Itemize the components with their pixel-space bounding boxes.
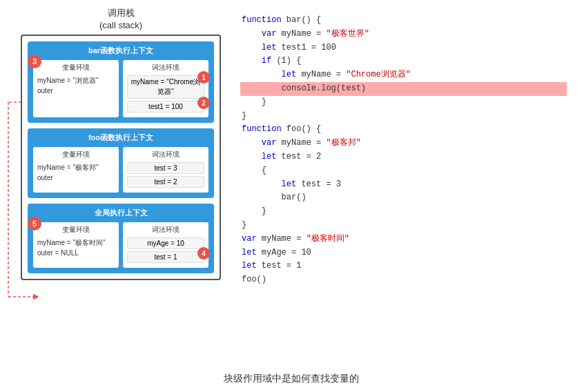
bottom-caption: 块级作用域中是如何查找变量的 bbox=[0, 373, 582, 385]
bar-lex-label: 词法环境 bbox=[127, 63, 204, 72]
global-var-env: 变量环境 5 myName = "极客时间"outer = NULL bbox=[33, 222, 119, 268]
global-lex-item-2-wrap: test = 1 4 bbox=[127, 251, 204, 263]
left-panel: 调用栈 (call stack) b bbox=[14, 7, 228, 385]
code-line-18: let myAge = 10 bbox=[242, 248, 311, 257]
bar-var-label: 变量环境 bbox=[37, 63, 115, 72]
code-line-1: function bar() { bbox=[242, 15, 321, 25]
main-container: 调用栈 (call stack) b bbox=[0, 0, 582, 392]
code-line-8: } bbox=[242, 111, 246, 121]
foo-lex-label: 词法环境 bbox=[127, 150, 204, 159]
call-stack-title: 调用栈 (call stack) bbox=[99, 7, 142, 32]
global-lex-env: 词法环境 myAge = 10 test = 1 4 bbox=[123, 222, 208, 268]
code-line-9: function foo() { bbox=[242, 124, 321, 134]
global-context-body: 变量环境 5 myName = "极客时间"outer = NULL 词法环境 … bbox=[33, 222, 208, 268]
badge-2: 2 bbox=[197, 97, 210, 109]
global-var-content: myName = "极客时间"outer = NULL bbox=[37, 237, 115, 258]
foo-lex-item-1: test = 3 bbox=[127, 162, 204, 174]
code-line-10: var myName = "极客邦" bbox=[242, 138, 361, 148]
bar-lex-item-2: test1 = 100 2 bbox=[127, 101, 204, 112]
foo-var-label: 变量环境 bbox=[37, 150, 115, 159]
code-line-17: var myName = "极客时间" bbox=[242, 234, 349, 244]
bar-context: bar函数执行上下文 变量环境 3 myName = "浏览器"outer bbox=[28, 41, 214, 123]
global-lex-item-2: test = 1 bbox=[127, 251, 204, 263]
right-panel: function bar() { var myName = "极客世界" let… bbox=[242, 7, 568, 385]
foo-context-body: 变量环境 myName = "极客邦"outer 词法环境 test = 3 t… bbox=[33, 147, 208, 193]
global-context: 全局执行上下文 变量环境 5 myName = "极客时间"outer = NU… bbox=[28, 204, 214, 273]
code-line-11: let test = 2 bbox=[242, 152, 321, 161]
code-line-7: } bbox=[242, 97, 266, 107]
bar-lex-item-text-1: myName = "Chrome浏览器" bbox=[127, 75, 204, 99]
foo-context: foo函数执行上下文 变量环境 myName = "极客邦"outer 词法环境… bbox=[28, 128, 214, 198]
code-line-6-highlight: console.log(test) bbox=[240, 82, 567, 96]
code-line-12: { bbox=[242, 166, 266, 175]
foo-lex-item-2: test = 2 bbox=[127, 176, 204, 188]
code-line-15: } bbox=[242, 206, 266, 216]
code-line-14: bar() bbox=[242, 193, 307, 202]
badge-4: 4 bbox=[197, 247, 210, 259]
code-line-13: let test = 3 bbox=[242, 179, 341, 189]
code-line-20: foo() bbox=[242, 275, 266, 284]
code-line-2: var myName = "极客世界" bbox=[242, 29, 369, 39]
code-block: function bar() { var myName = "极客世界" let… bbox=[242, 14, 568, 287]
bar-lex-item-1: myName = "Chrome浏览器" 1 bbox=[127, 75, 204, 99]
code-line-5: let myName = "Chrome浏览器" bbox=[242, 70, 411, 79]
global-lex-item-1-wrap: myAge = 10 bbox=[127, 237, 204, 249]
bar-context-body: 变量环境 3 myName = "浏览器"outer 词法环境 myName = bbox=[33, 60, 208, 117]
bar-lex-env: 词法环境 myName = "Chrome浏览器" 1 test1 = 100 … bbox=[123, 60, 208, 117]
foo-context-title: foo函数执行上下文 bbox=[33, 133, 208, 143]
stack-outer-box: bar函数执行上下文 变量环境 3 myName = "浏览器"outer bbox=[21, 35, 221, 280]
global-context-title: 全局执行上下文 bbox=[33, 208, 208, 218]
foo-lex-env: 词法环境 test = 3 test = 2 bbox=[123, 147, 208, 193]
foo-var-content: myName = "极客邦"outer bbox=[37, 162, 115, 183]
global-var-label: 变量环境 bbox=[37, 225, 115, 235]
global-lex-label: 词法环境 bbox=[127, 225, 204, 235]
bar-lex-item-text-2: test1 = 100 bbox=[127, 101, 204, 112]
bar-var-env: 变量环境 3 myName = "浏览器"outer bbox=[33, 60, 119, 117]
foo-var-env: 变量环境 myName = "极客邦"outer bbox=[33, 147, 119, 193]
code-line-4: if (1) { bbox=[242, 56, 301, 66]
code-line-16: } bbox=[242, 220, 246, 230]
global-lex-item-1: myAge = 10 bbox=[127, 237, 204, 249]
code-line-19: let test = 1 bbox=[242, 261, 301, 271]
bar-context-title: bar函数执行上下文 bbox=[33, 46, 208, 56]
code-line-3: let test1 = 100 bbox=[242, 43, 336, 52]
badge-1: 1 bbox=[197, 71, 210, 84]
bar-var-content: myName = "浏览器"outer bbox=[37, 75, 115, 96]
